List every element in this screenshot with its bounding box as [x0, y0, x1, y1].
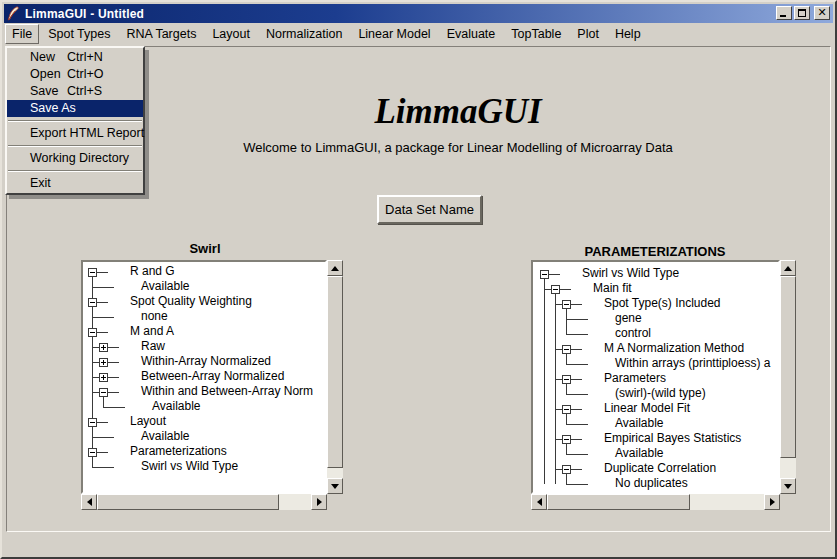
maximize-icon: [798, 9, 806, 17]
tree-expand-toggle-collapse[interactable]: [562, 375, 571, 384]
menubar-item-toptable[interactable]: TopTable: [504, 24, 568, 44]
tree-node-within-arrays-printtiploess-a[interactable]: Within arrays (printtiploess) a: [615, 356, 770, 371]
titlebar[interactable]: LimmaGUI - Untitled ✕: [4, 4, 833, 23]
left-tree-title: Swirl: [105, 241, 305, 256]
tree-connector-line: [96, 332, 108, 333]
scroll-right-button[interactable]: [311, 494, 327, 510]
tree-expand-toggle-collapse[interactable]: [562, 345, 571, 354]
tree-node-layout[interactable]: Layout: [130, 414, 166, 429]
right-tree-vertical-scrollbar[interactable]: [780, 260, 796, 494]
menu-item-accelerator: Ctrl+S: [67, 83, 102, 100]
tree-connector-line: [566, 394, 588, 395]
tree-expand-toggle-collapse[interactable]: [562, 405, 571, 414]
scroll-up-button[interactable]: [780, 260, 796, 276]
swirl-tree-listbox[interactable]: R and GAvailableSpot Quality Weightingno…: [81, 260, 327, 494]
minus-icon: [564, 469, 569, 470]
tree-node-available[interactable]: Available: [141, 429, 189, 444]
scrollbar-thumb[interactable]: [780, 276, 796, 458]
close-button[interactable]: ✕: [814, 6, 830, 20]
menubar-item-plot[interactable]: Plot: [570, 24, 606, 44]
tree-node-duplicate-correlation[interactable]: Duplicate Correlation: [604, 461, 716, 476]
tree-expand-toggle-expand[interactable]: [99, 373, 108, 382]
tree-expand-toggle-collapse[interactable]: [562, 465, 571, 474]
scrollbar-thumb[interactable]: [547, 494, 690, 510]
tree-node-no-duplicates[interactable]: No duplicates: [615, 476, 688, 491]
tree-expand-toggle-collapse[interactable]: [88, 328, 97, 337]
tree-node-parameterizations[interactable]: Parameterizations: [130, 444, 227, 459]
tree-node-m-a-normalization-method[interactable]: M A Normalization Method: [604, 341, 744, 356]
scroll-left-button[interactable]: [81, 494, 97, 510]
scroll-up-button[interactable]: [327, 260, 343, 276]
scroll-down-button[interactable]: [327, 478, 343, 494]
tree-expand-toggle-collapse[interactable]: [88, 418, 97, 427]
scrollbar-thumb[interactable]: [97, 494, 279, 510]
tree-expand-toggle-collapse[interactable]: [99, 388, 108, 397]
menubar-item-rna-targets[interactable]: RNA Targets: [119, 24, 203, 44]
scrollbar-thumb[interactable]: [327, 276, 343, 468]
left-tree-vertical-scrollbar[interactable]: [327, 260, 343, 494]
left-tree-horizontal-scrollbar[interactable]: [81, 494, 327, 510]
tree-node-within-and-between-array-norm[interactable]: Within and Between-Array Norm: [141, 384, 313, 399]
plus-icon-vertical: [103, 345, 104, 350]
menubar-item-help[interactable]: Help: [608, 24, 648, 44]
tree-node-available[interactable]: Available: [615, 416, 663, 431]
tree-node-available[interactable]: Available: [615, 446, 663, 461]
right-tree-horizontal-scrollbar[interactable]: [531, 494, 780, 510]
menu-item-open[interactable]: OpenCtrl+O: [7, 66, 143, 83]
minus-icon: [564, 304, 569, 305]
tree-expand-toggle-collapse[interactable]: [562, 300, 571, 309]
tree-node-parameters[interactable]: Parameters: [604, 371, 666, 386]
menu-item-save-as[interactable]: Save As: [7, 100, 143, 117]
minus-icon: [90, 302, 95, 303]
tree-expand-toggle-expand[interactable]: [99, 343, 108, 352]
menu-item-export-html-report[interactable]: Export HTML Report: [7, 125, 143, 142]
tree-connector-line: [570, 439, 582, 440]
minimize-button[interactable]: [776, 6, 792, 20]
tree-node-m-and-a[interactable]: M and A: [130, 324, 174, 339]
menubar-item-normalization[interactable]: Normalization: [259, 24, 349, 44]
parameterizations-tree-listbox[interactable]: Swirl vs Wild TypeMain fitSpot Type(s) I…: [531, 260, 780, 494]
tree-expand-toggle-collapse[interactable]: [562, 435, 571, 444]
tree-node-spot-type-s-included[interactable]: Spot Type(s) Included: [604, 296, 721, 311]
tree-node-swirl-vs-wild-type[interactable]: Swirl vs Wild Type: [141, 459, 238, 474]
tree-node-none[interactable]: none: [141, 309, 168, 324]
tree-expand-toggle-collapse[interactable]: [540, 270, 549, 279]
tree-connector-line: [570, 304, 582, 305]
menubar-item-linear-model[interactable]: Linear Model: [351, 24, 437, 44]
tree-node-empirical-bayes-statistics[interactable]: Empirical Bayes Statistics: [604, 431, 741, 446]
welcome-text: Welcome to LimmaGUI, a package for Linea…: [108, 140, 808, 155]
tree-node-gene[interactable]: gene: [615, 311, 642, 326]
scroll-right-button[interactable]: [764, 494, 780, 510]
data-set-name-button[interactable]: Data Set Name: [377, 195, 482, 224]
menubar-item-file[interactable]: File: [5, 24, 39, 44]
tree-node-linear-model-fit[interactable]: Linear Model Fit: [604, 401, 690, 416]
tree-node-control[interactable]: control: [615, 326, 651, 341]
menu-item-working-directory[interactable]: Working Directory: [7, 150, 143, 167]
menubar-item-evaluate[interactable]: Evaluate: [440, 24, 503, 44]
tree-expand-toggle-collapse[interactable]: [88, 298, 97, 307]
tree-node-available[interactable]: Available: [141, 279, 189, 294]
tree-node-available[interactable]: Available: [152, 399, 200, 414]
tree-node-main-fit[interactable]: Main fit: [593, 281, 632, 296]
tree-node-between-array-normalized[interactable]: Between-Array Normalized: [141, 369, 284, 384]
scroll-down-button[interactable]: [780, 478, 796, 494]
menu-item-exit[interactable]: Exit: [7, 175, 143, 192]
tree-node-raw[interactable]: Raw: [141, 339, 165, 354]
menubar-item-spot-types[interactable]: Spot Types: [41, 24, 117, 44]
menubar-item-layout[interactable]: Layout: [205, 24, 257, 44]
tree-node-swirl-wild-type[interactable]: (swirl)-(wild type): [615, 386, 706, 401]
maximize-button[interactable]: [794, 6, 810, 20]
tree-expand-toggle-collapse[interactable]: [88, 448, 97, 457]
menu-item-new[interactable]: NewCtrl+N: [7, 49, 143, 66]
tree-expand-toggle-collapse[interactable]: [88, 268, 97, 277]
menu-item-save[interactable]: SaveCtrl+S: [7, 83, 143, 100]
tree-connector-line: [107, 392, 119, 393]
tree-node-spot-quality-weighting[interactable]: Spot Quality Weighting: [130, 294, 252, 309]
tree-expand-toggle-expand[interactable]: [99, 358, 108, 367]
tree-node-within-array-normalized[interactable]: Within-Array Normalized: [141, 354, 271, 369]
tree-node-swirl-vs-wild-type[interactable]: Swirl vs Wild Type: [582, 266, 679, 281]
tree-node-r-and-g[interactable]: R and G: [130, 264, 175, 279]
tree-expand-toggle-collapse[interactable]: [551, 285, 560, 294]
tree-connector-line: [103, 407, 125, 408]
scroll-left-button[interactable]: [531, 494, 547, 510]
